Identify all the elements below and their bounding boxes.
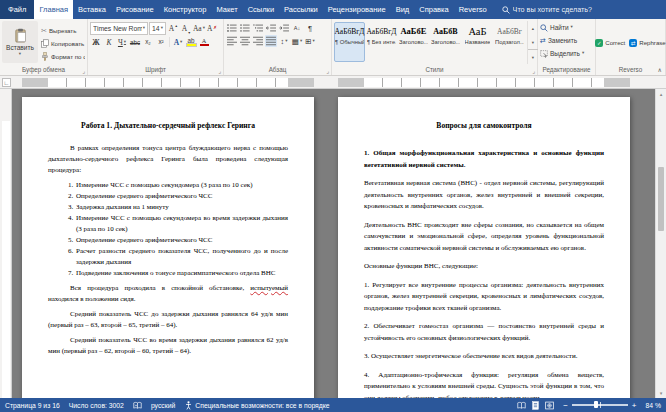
- document-page-right[interactable]: Вопросы для самоконтроля 1. Общая морфоф…: [338, 97, 630, 398]
- styles-dialog-launcher[interactable]: ⌟: [532, 68, 535, 74]
- zoom-level[interactable]: 84 %: [646, 402, 662, 409]
- underline-button[interactable]: Ч▾: [116, 36, 128, 48]
- select-button[interactable]: Выделить ▾: [540, 47, 593, 60]
- tab-layout[interactable]: Макет: [211, 0, 242, 19]
- paragraph[interactable]: Средний показатель ЧСС во время задержки…: [48, 335, 288, 357]
- subscript-button[interactable]: x₂: [142, 36, 154, 48]
- style-item-subtitle[interactable]: АаБбВг Подзагол...: [494, 22, 525, 62]
- zoom-out-button[interactable]: −: [563, 401, 568, 410]
- paragraph[interactable]: 4. Адаптационно-трофическая функция: рег…: [364, 370, 604, 399]
- document-area[interactable]: Работа 1. Дыхательно-сердечный рефлекс Г…: [0, 89, 666, 398]
- bullets-button[interactable]: [226, 22, 238, 34]
- cut-button[interactable]: ✂ Вырезать: [41, 24, 85, 36]
- paragraph[interactable]: Вегетативная нервная система (ВНС) - отд…: [364, 178, 604, 213]
- styles-more-button[interactable]: ▾: [528, 49, 538, 64]
- collapse-ribbon-button[interactable]: ∧: [658, 66, 662, 73]
- scroll-down-button[interactable]: ▼: [656, 388, 666, 398]
- style-item-title[interactable]: АаБ Название: [462, 22, 493, 62]
- clipboard-dialog-launcher[interactable]: ⌟: [82, 68, 85, 74]
- strikethrough-button[interactable]: abc: [129, 36, 141, 48]
- document-page-left[interactable]: Работа 1. Дыхательно-сердечный рефлекс Г…: [22, 97, 314, 398]
- horizontal-ruler[interactable]: ∟: [0, 76, 666, 89]
- zoom-slider[interactable]: [572, 404, 628, 406]
- style-item-no-spacing[interactable]: АаБбВгД ¶ Без инте...: [366, 22, 397, 62]
- tab-reverso[interactable]: Reverso: [454, 0, 492, 19]
- tab-references[interactable]: Ссылки: [243, 0, 279, 19]
- zoom-in-button[interactable]: +: [632, 401, 637, 410]
- paragraph[interactable]: 1. Регулирует все внутренние процессы ор…: [364, 280, 604, 315]
- multilevel-list-button[interactable]: [252, 22, 264, 34]
- align-left-button[interactable]: [226, 35, 238, 47]
- tab-mailings[interactable]: Рассылки: [279, 0, 323, 19]
- font-size-select[interactable]: 14 ▾: [149, 22, 166, 35]
- zoom-thumb[interactable]: [594, 401, 598, 408]
- rephrase-button[interactable]: ⇄ Rephrase: [629, 39, 665, 47]
- superscript-button[interactable]: x²: [155, 36, 167, 48]
- paragraph[interactable]: В рамках определения тонуса центра блужд…: [48, 143, 288, 176]
- find-button[interactable]: Найти ▾: [540, 21, 593, 34]
- line-spacing-button[interactable]: ↕▾: [278, 35, 290, 47]
- tab-view[interactable]: Вид: [391, 0, 415, 19]
- tab-file[interactable]: Файл: [0, 0, 34, 19]
- text-effects-button[interactable]: А▾: [172, 36, 184, 48]
- paragraph-dialog-launcher[interactable]: ⌟: [326, 68, 329, 74]
- highlight-button[interactable]: ab: [185, 36, 197, 48]
- vertical-ruler[interactable]: [0, 89, 12, 398]
- styles-scroll-down-button[interactable]: ▾: [528, 35, 538, 49]
- numbering-button[interactable]: [239, 22, 251, 34]
- bold-button[interactable]: Ж: [90, 36, 102, 48]
- tab-selector[interactable]: ∟: [2, 78, 11, 87]
- paragraph[interactable]: Деятельность ВНС происходит вне сферы со…: [364, 220, 604, 255]
- correct-button[interactable]: ✓ Correct: [595, 39, 625, 47]
- decrease-indent-button[interactable]: [265, 22, 277, 34]
- list-item[interactable]: Определение среднего арифметического ЧСС: [75, 191, 288, 202]
- font-color-button[interactable]: А: [198, 36, 210, 48]
- borders-button[interactable]: ⊞▾: [304, 35, 316, 47]
- align-right-button[interactable]: [252, 35, 264, 47]
- justify-button[interactable]: [265, 35, 277, 47]
- page-indicator[interactable]: Страница 9 из 16: [5, 402, 60, 409]
- grow-font-button[interactable]: А▴: [167, 23, 179, 35]
- document-heading[interactable]: Вопросы для самоконтроля: [364, 121, 604, 131]
- list-item[interactable]: Измерение ЧСС с помощью секундомера во в…: [75, 213, 288, 235]
- tab-draw[interactable]: Рисование: [111, 0, 159, 19]
- paragraph[interactable]: Вся процедура проходила в спокойной обст…: [48, 283, 288, 305]
- tab-review[interactable]: Рецензирование: [323, 0, 391, 19]
- list-item[interactable]: Определение среднего арифметического ЧСС: [75, 235, 288, 246]
- style-item-normal[interactable]: АаБбВгД ¶ Обычный: [334, 22, 365, 62]
- print-layout-button[interactable]: [531, 401, 540, 410]
- tab-insert[interactable]: Вставка: [73, 0, 111, 19]
- copy-button[interactable]: Копировать: [41, 37, 85, 49]
- increase-indent-button[interactable]: [278, 22, 290, 34]
- replace-button[interactable]: ⇄ Заменить: [540, 34, 593, 47]
- tell-me-input[interactable]: [513, 5, 618, 14]
- styles-scroll-up-button[interactable]: ▴: [528, 21, 538, 35]
- tab-home[interactable]: Главная: [34, 0, 73, 19]
- show-marks-button[interactable]: ¶: [304, 22, 316, 34]
- list-item[interactable]: Подведение заключения о тонусе парасимпа…: [75, 268, 288, 279]
- list-item[interactable]: Измерение ЧСС с помощью секундомера (3 р…: [75, 180, 288, 191]
- read-mode-button[interactable]: [517, 401, 526, 410]
- shading-button[interactable]: ▦▾: [291, 35, 303, 47]
- list-item[interactable]: Расчет разности среднего показателя ЧСС,…: [75, 246, 288, 268]
- paste-button[interactable]: Вставить ▾: [2, 21, 38, 63]
- font-dialog-launcher[interactable]: ⌟: [218, 68, 221, 74]
- document-heading[interactable]: Работа 1. Дыхательно-сердечный рефлекс Г…: [48, 121, 288, 131]
- proofing-status[interactable]: [133, 401, 142, 410]
- tab-help[interactable]: Справка: [414, 0, 453, 19]
- paragraph[interactable]: 2. Обеспечивает гомеостаз организма — по…: [364, 321, 604, 344]
- list-item[interactable]: Задержка дыхания на 1 минуту: [75, 202, 288, 213]
- paragraph[interactable]: Средний показатель ЧСС до задержки дыхан…: [48, 309, 288, 331]
- paragraph[interactable]: 3. Осуществляет энергетическое обеспечен…: [364, 351, 604, 363]
- style-item-heading1[interactable]: АаБбЕ Заголово...: [398, 22, 429, 62]
- scroll-up-button[interactable]: ▲: [656, 89, 666, 99]
- misspelled-word[interactable]: испытуемый: [250, 284, 288, 292]
- tell-me-box[interactable]: [502, 0, 618, 19]
- format-painter-button[interactable]: Формат по образцу: [41, 50, 85, 62]
- accessibility-status[interactable]: Специальные возможности: все в порядке: [184, 401, 329, 410]
- scroll-thumb[interactable]: [658, 167, 664, 231]
- word-count[interactable]: Число слов: 3002: [69, 402, 124, 409]
- language-indicator[interactable]: русский: [151, 402, 175, 409]
- sort-button[interactable]: А↓: [291, 22, 303, 34]
- italic-button[interactable]: К: [103, 36, 115, 48]
